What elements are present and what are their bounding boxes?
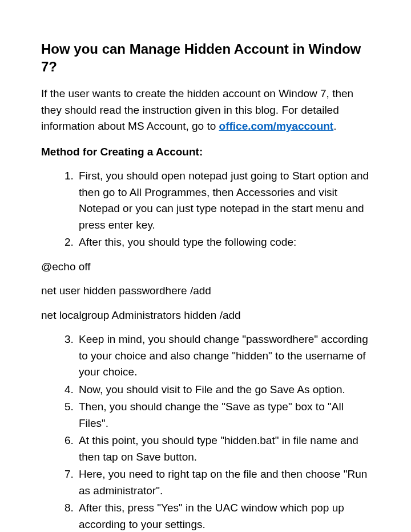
- list-item: Now, you should visit to File and the go…: [76, 382, 370, 398]
- list-item: Keep in mind, you should change "passwor…: [76, 331, 370, 381]
- code-line: @echo off: [41, 259, 370, 275]
- code-line: net user hidden passwordhere /add: [41, 283, 370, 299]
- list-item: Then, you should change the "Save as typ…: [76, 399, 370, 431]
- code-line: net localgroup Administrators hidden /ad…: [41, 307, 370, 324]
- steps-list-part2: Keep in mind, you should change "passwor…: [41, 331, 370, 532]
- list-item: After this, you should type the followin…: [76, 234, 370, 251]
- page-title: How you can Manage Hidden Account in Win…: [41, 40, 370, 75]
- method-subheading: Method for Creating a Account:: [41, 144, 370, 161]
- myaccount-link[interactable]: office.com/myaccount: [219, 120, 334, 132]
- list-item: After this, press "Yes" in the UAC windo…: [76, 500, 370, 532]
- intro-paragraph: If the user wants to create the hidden a…: [41, 86, 370, 135]
- list-item: At this point, you should type "hidden.b…: [76, 433, 370, 465]
- list-item: Here, you need to right tap on the file …: [76, 466, 370, 499]
- list-item: First, you should open notepad just goin…: [76, 168, 370, 233]
- steps-list-part1: First, you should open notepad just goin…: [41, 168, 370, 251]
- intro-text-after: .: [333, 120, 336, 132]
